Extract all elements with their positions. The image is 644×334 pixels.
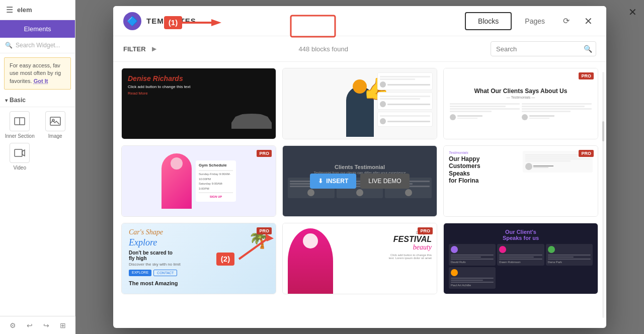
card-9-image: Our Client'sSpeaks for us David Rufo [444,223,598,294]
modal-tabs: Blocks Pages [465,12,558,30]
left-panel: ☰ elem Elements 🔍 Search Widget... For e… [0,0,75,334]
blocks-count: 448 blocks found [163,45,485,53]
template-card-6[interactable]: PRO Testimonials Our HappyCustomersSpeak… [443,145,598,217]
card-2-image: 👍 [283,68,437,139]
pro-badge-8: PRO [418,227,433,234]
modal-logo: 🔷 [123,12,141,30]
tooltip-box: For easy access, fav use most often by r… [4,57,71,90]
grid-icon[interactable]: ⊞ [60,321,66,329]
search-input[interactable] [496,45,581,53]
template-card-3[interactable]: PRO What Our Clients Says About Us — Tes… [443,68,598,139]
card-5-image: Clients Testimonial Testimonial from our… [283,146,437,216]
card-7-image: Car's Shape Explore Don't be scared tofl… [122,223,276,294]
modal-actions: ⟳ ✕ [558,13,596,29]
templates-modal: 🔷 TEMPLATES Blocks Pages ⟳ ✕ [113,6,606,328]
chevron-icon: ▾ [5,98,8,103]
inner-section-icon [10,111,30,131]
card-1-name: Denise Richards [128,74,191,82]
modal-overlay: 🔷 TEMPLATES Blocks Pages ⟳ ✕ [75,0,644,334]
hamburger-icon[interactable]: ☰ [6,5,13,15]
insert-icon: ⬇ [318,178,323,185]
inner-section-item[interactable]: Inner Section [4,111,36,139]
pro-badge-7: PRO [257,227,272,234]
modal-close-button[interactable]: ✕ [580,13,596,29]
card-3-image: What Our Clients Says About Us — Testimo… [444,68,598,139]
panel-header: ☰ elem [0,0,75,20]
got-it-link[interactable]: Got It [34,78,48,84]
insert-button[interactable]: ⬇ INSERT [310,174,356,189]
card-3-title: What Our Clients Says About Us [450,88,592,95]
card-9-title: Our Client'sSpeaks for us [449,229,593,241]
card-1-subtitle: Click add button to change this text [128,85,191,89]
tab-blocks[interactable]: Blocks [465,12,512,30]
history-icon[interactable]: ↩ [27,321,33,329]
modal-body[interactable]: Denise Richards Click add button to chan… [113,62,606,328]
editor-background: ☰ elem Elements 🔍 Search Widget... For e… [0,0,644,334]
pro-badge-3: PRO [579,72,594,79]
editor-title: elem [17,6,32,14]
refresh-button[interactable]: ⟳ [558,13,574,29]
svg-rect-4 [15,149,22,156]
search-widget-icon: 🔍 [5,42,13,49]
card-6-image: Testimonials Our HappyCustomersSpeaksfor… [444,146,598,216]
template-card-9[interactable]: Our Client'sSpeaks for us David Rufo [443,223,598,294]
bottom-toolbar: ⚙ ↩ ↪ ⊞ [0,316,75,334]
template-card-7[interactable]: PRO Car's Shape Explore Don't be scared … [121,223,276,294]
demo-button[interactable]: LIVE DEMO [360,174,409,189]
settings-icon[interactable]: ⚙ [10,321,16,329]
filter-bar: FILTER ▶ 448 blocks found 🔍 [113,36,606,62]
search-box[interactable]: 🔍 [491,41,596,56]
insert-overlay: ⬇ INSERT LIVE DEMO [283,146,437,216]
card-1-image: Denise Richards Click add button to chan… [122,68,276,139]
basic-section-header: ▾ Basic [0,94,75,107]
elements-grid: Inner Section Image [0,107,75,175]
image-icon [45,111,65,131]
template-card-8[interactable]: PRO Design 11 [282,223,437,294]
car-shape [231,114,272,129]
modal-header: 🔷 TEMPLATES Blocks Pages ⟳ ✕ [113,6,606,36]
pro-badge-6: PRO [579,150,594,157]
search-widget[interactable]: 🔍 Search Widget... [0,38,75,53]
redo-icon[interactable]: ↪ [43,321,49,329]
image-item[interactable]: Image [40,111,71,139]
filter-arrow-icon[interactable]: ▶ [152,45,156,52]
templates-grid: Denise Richards Click add button to chan… [121,68,598,294]
tab-pages[interactable]: Pages [512,12,558,30]
template-card-4[interactable]: PRO [121,145,276,217]
video-icon [10,143,30,163]
scrollbar-track[interactable] [602,72,604,318]
pro-badge-4: PRO [257,150,272,157]
main-content: ✕ 🔷 TEMPLATES Blocks Pages [75,0,644,334]
search-icon: 🔍 [584,45,592,53]
search-widget-placeholder: Search Widget... [16,42,60,49]
card-8-image: Design 11 FESTIVAL beauty Click add butt… [283,223,437,294]
template-card-5[interactable]: Clients Testimonial Testimonial from our… [282,145,437,217]
template-card-2[interactable]: 👍 [282,68,437,139]
card-4-image: Gym Schedule Sunday-Friday 9:00AM-10:00P… [122,146,276,216]
template-card-1[interactable]: Denise Richards Click add button to chan… [121,68,276,139]
modal-brand: TEMPLATES [146,17,465,25]
elements-tab[interactable]: Elements [0,20,75,38]
filter-label: FILTER [123,45,146,53]
card-1-readmore: Read More [128,91,191,96]
scrollbar-thumb[interactable] [602,121,604,141]
video-item[interactable]: Video [4,143,36,171]
